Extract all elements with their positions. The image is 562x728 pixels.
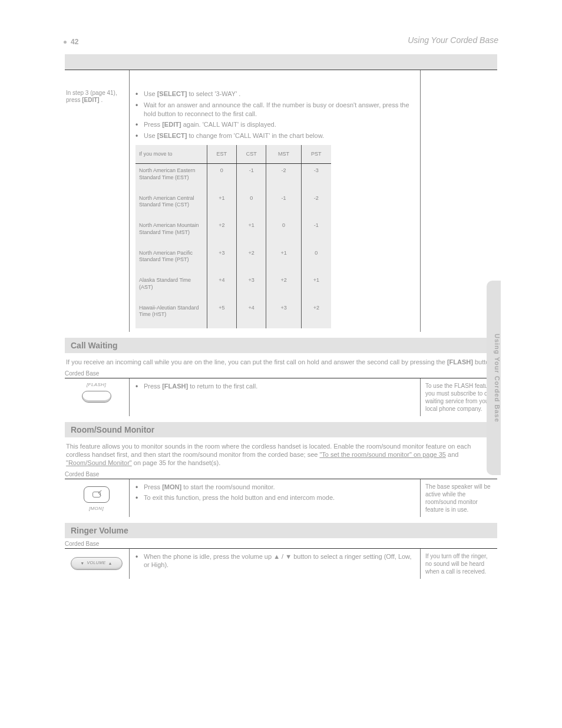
cell-press: [MON] bbox=[65, 479, 130, 517]
cell-note: If you turn off the ringer, no sound wil… bbox=[421, 549, 497, 579]
cell-press: [FLASH] bbox=[65, 378, 130, 416]
side-tab: Using Your Corded Base bbox=[487, 281, 501, 475]
cell: -1 bbox=[302, 219, 331, 246]
cell: Hawaii-Aleutian Standard Time (HST) bbox=[135, 301, 207, 329]
cell: +3 bbox=[266, 301, 301, 329]
cell: 0 bbox=[207, 164, 237, 192]
option-ref: 'CALL WAIT' bbox=[203, 121, 239, 128]
table-row: North American Mountain Standard Time (M… bbox=[135, 219, 331, 246]
col-est: EST bbox=[207, 145, 237, 163]
triangle-down-icon: ▼ bbox=[80, 561, 84, 565]
table-header-row bbox=[65, 70, 497, 86]
button-ref: [EDIT] bbox=[162, 121, 181, 128]
arrow-icons: ▲ / ▼ bbox=[273, 553, 292, 560]
button-ref: [EDIT] bbox=[82, 97, 99, 103]
cell: +2 bbox=[266, 274, 301, 301]
cell: +1 bbox=[207, 192, 237, 219]
cell: -1 bbox=[266, 192, 301, 219]
col-mst: MST bbox=[266, 145, 301, 163]
col-instruction bbox=[130, 70, 421, 86]
flash-button-label: [FLASH] bbox=[66, 382, 127, 388]
section-intro: This feature allows you to monitor sound… bbox=[66, 442, 496, 467]
cell: North American Pacific Standard Time (PS… bbox=[135, 246, 207, 274]
cell-instruction: Press [FLASH] to return to the first cal… bbox=[130, 378, 421, 416]
table-header-row: If you move to EST CST MST PST bbox=[135, 145, 331, 164]
text: to change from bbox=[189, 132, 233, 139]
cell-press: In step 3 (page 41), press [EDIT] . bbox=[65, 86, 130, 332]
cell: +4 bbox=[237, 301, 266, 329]
text: Wait for an answer and announce the call… bbox=[144, 101, 409, 117]
section-intro: If you receive an incoming call while yo… bbox=[66, 358, 496, 366]
button-ref: [FLASH] bbox=[447, 358, 473, 365]
table-caption: Corded Base bbox=[65, 471, 497, 477]
text: and bbox=[448, 451, 458, 458]
cell-instruction: Use [SELECT] to select '3-WAY' . Wait fo… bbox=[130, 86, 421, 332]
volume-button-label: VOLUME bbox=[87, 561, 106, 566]
button-ref: [FLASH] bbox=[162, 383, 188, 390]
bullet-list: Press [FLASH] to return to the first cal… bbox=[135, 382, 416, 391]
button-ref: [SELECT] bbox=[157, 90, 187, 97]
option-ref: '3-WAY' bbox=[214, 90, 237, 97]
text: . bbox=[239, 90, 240, 97]
table-row: North American Pacific Standard Time (PS… bbox=[135, 246, 331, 274]
text: on page 35 for the handset(s). bbox=[134, 459, 220, 466]
bullet-list: Use [SELECT] to select '3-WAY' . Wait fo… bbox=[135, 90, 416, 140]
cross-ref-link[interactable]: "To set the room/sound monitor" on page … bbox=[319, 451, 446, 458]
col-note bbox=[421, 70, 497, 86]
button-ref: [MON] bbox=[162, 483, 181, 490]
text: If you receive an incoming call while yo… bbox=[66, 358, 447, 365]
list-item: Press [MON] to start the room/sound moni… bbox=[135, 483, 416, 492]
cell-press: ▼ VOLUME ▲ bbox=[65, 549, 130, 579]
table-row: Alaska Standard Time (AST) +4 +3 +2 +1 bbox=[135, 274, 331, 301]
col-pst: PST bbox=[302, 145, 331, 163]
text: again. bbox=[183, 121, 203, 128]
list-item: When the phone is idle, press the volume… bbox=[135, 552, 416, 570]
cell: -1 bbox=[237, 164, 266, 192]
table-row: Hawaii-Aleutian Standard Time (HST) +5 +… bbox=[135, 301, 331, 329]
table-row: [MON] Press [MON] to start the room/soun… bbox=[65, 479, 497, 517]
list-item: Wait for an answer and announce the call… bbox=[135, 101, 416, 118]
list-item: Use [SELECT] to change from 'CALL WAIT' … bbox=[135, 131, 416, 140]
cell: -2 bbox=[266, 164, 301, 192]
cell: +2 bbox=[207, 219, 237, 246]
text: To exit this function, press the hold bu… bbox=[144, 494, 335, 501]
text: to return to the first call. bbox=[190, 383, 257, 390]
cell-note bbox=[421, 86, 497, 332]
col-region: If you move to bbox=[135, 145, 207, 163]
page: 42 Using Your Corded Base Using Your Cor… bbox=[0, 0, 562, 728]
col-cst: CST bbox=[237, 145, 266, 163]
text: is displayed. bbox=[240, 121, 276, 128]
option-ref: 'CALL WAIT' bbox=[234, 132, 270, 139]
table-caption: Corded Base bbox=[65, 370, 497, 377]
bullet-list: Press [MON] to start the room/sound moni… bbox=[135, 483, 416, 503]
mon-button-label: [MON] bbox=[66, 506, 127, 512]
table-row: ▼ VOLUME ▲ When the phone is idle, press… bbox=[65, 548, 497, 579]
cell: 0 bbox=[302, 246, 331, 274]
text: Press bbox=[144, 121, 162, 128]
timezone-table: If you move to EST CST MST PST North Ame… bbox=[135, 145, 331, 328]
section-bar-monitor: Room/Sound Monitor bbox=[65, 422, 497, 437]
list-item: To exit this function, press the hold bu… bbox=[135, 493, 416, 502]
cell: North American Central Standard Time (CS… bbox=[135, 192, 207, 219]
flash-button-icon bbox=[66, 388, 127, 405]
list-item: Press [EDIT] again. 'CALL WAIT' is displ… bbox=[135, 120, 416, 129]
cell-note: To use the FLASH feature, you must subsc… bbox=[421, 378, 497, 416]
cell: +2 bbox=[302, 301, 331, 329]
list-item: Press [FLASH] to return to the first cal… bbox=[135, 382, 416, 391]
cell: 0 bbox=[266, 219, 301, 246]
text: Press bbox=[144, 483, 162, 490]
table-row: North American Central Standard Time (CS… bbox=[135, 192, 331, 219]
cell: -3 bbox=[302, 164, 331, 192]
cell: 0 bbox=[237, 192, 266, 219]
cell: +1 bbox=[266, 246, 301, 274]
cell: +4 bbox=[207, 274, 237, 301]
text: in the chart below. bbox=[272, 132, 324, 139]
cell-instruction: Press [MON] to start the room/sound moni… bbox=[130, 479, 421, 517]
section-bar-call-waiting: Call Waiting bbox=[65, 338, 497, 353]
cross-ref-link[interactable]: "Room/Sound Monitor" bbox=[66, 459, 132, 466]
cell: +3 bbox=[207, 246, 237, 274]
text: . bbox=[101, 97, 103, 103]
cell: +2 bbox=[237, 246, 266, 274]
volume-button-icon: ▼ VOLUME ▲ bbox=[66, 552, 127, 570]
mon-button-icon: [MON] bbox=[66, 483, 127, 512]
